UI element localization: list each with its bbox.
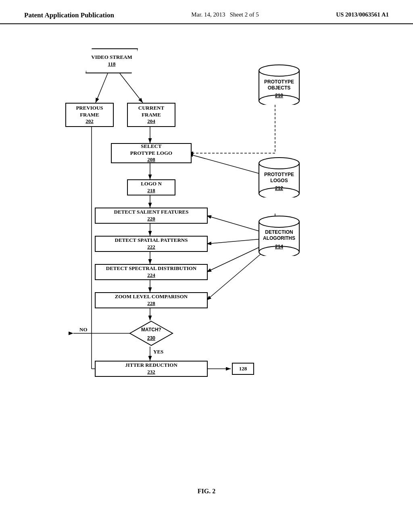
- svg-point-28: [259, 65, 299, 76]
- publication-date-sheet: Mar. 14, 2013 Sheet 2 of 5: [191, 11, 259, 18]
- select-prototype-logo-box: SELECTPROTYPE LOGO 208: [111, 143, 192, 163]
- svg-text:214: 214: [275, 244, 283, 249]
- svg-text:ALOGORITHS: ALOGORITHS: [263, 235, 295, 241]
- zoom-level-box: ZOOM LEVEL COMPARISON 228: [95, 292, 208, 308]
- svg-line-2: [96, 73, 108, 103]
- svg-line-3: [120, 73, 143, 103]
- current-frame-box: CURRENTFRAME 204: [127, 103, 175, 127]
- svg-point-40: [259, 216, 299, 227]
- match-diamond: MATCH? 230: [129, 320, 173, 347]
- prototype-objects-cylinder: PROTOTYPE OBJECTS 210: [257, 62, 301, 105]
- ref-128-box: 128: [232, 363, 254, 375]
- no-label: NO: [79, 326, 88, 333]
- svg-text:LOGOS: LOGOS: [270, 178, 288, 183]
- video-stream-box: VIDEO STREAM 118: [86, 48, 138, 73]
- svg-marker-24: [130, 321, 173, 345]
- svg-text:230: 230: [147, 335, 155, 341]
- svg-text:PROTOTYPE: PROTOTYPE: [264, 79, 294, 85]
- logo-n-box: LOGO N 218: [127, 179, 175, 195]
- flowchart-diagram: VIDEO STREAM 118 PREVIOUS FRAME 202 CURR…: [33, 40, 380, 484]
- jitter-reduction-box: JITTER REDUCTION 232: [95, 361, 208, 377]
- video-stream-label: VIDEO STREAM 118: [91, 54, 132, 68]
- yes-label: YES: [153, 349, 163, 355]
- svg-text:MATCH?: MATCH?: [141, 327, 161, 332]
- svg-text:OBJECTS: OBJECTS: [268, 85, 291, 91]
- svg-text:212: 212: [275, 185, 283, 191]
- svg-text:DETECTION: DETECTION: [265, 229, 293, 235]
- svg-text:210: 210: [275, 93, 283, 98]
- figure-label: FIG. 2: [0, 488, 413, 503]
- page-header: Patent Application Publication Mar. 14, …: [0, 0, 413, 24]
- detection-algorithms-cylinder: DETECTION ALOGORITHS 214: [257, 214, 301, 256]
- detect-spectral-box: DETECT SPECTRAL DISTRIBUTION 224: [95, 264, 208, 280]
- detect-salient-box: DETECT SALIENT FEATURES 220: [95, 208, 208, 224]
- svg-text:PROTOTYPE: PROTOTYPE: [264, 172, 294, 177]
- prototype-logos-cylinder: PROTOTYPE LOGOS 212: [257, 155, 301, 197]
- previous-frame-box: PREVIOUS FRAME 202: [65, 103, 114, 127]
- publication-title: Patent Application Publication: [24, 11, 114, 19]
- detect-spatial-box: DETECT SPATIAL PATTERNS 222: [95, 236, 208, 252]
- publication-number: US 2013/0063561 A1: [336, 11, 389, 18]
- svg-point-34: [259, 158, 299, 169]
